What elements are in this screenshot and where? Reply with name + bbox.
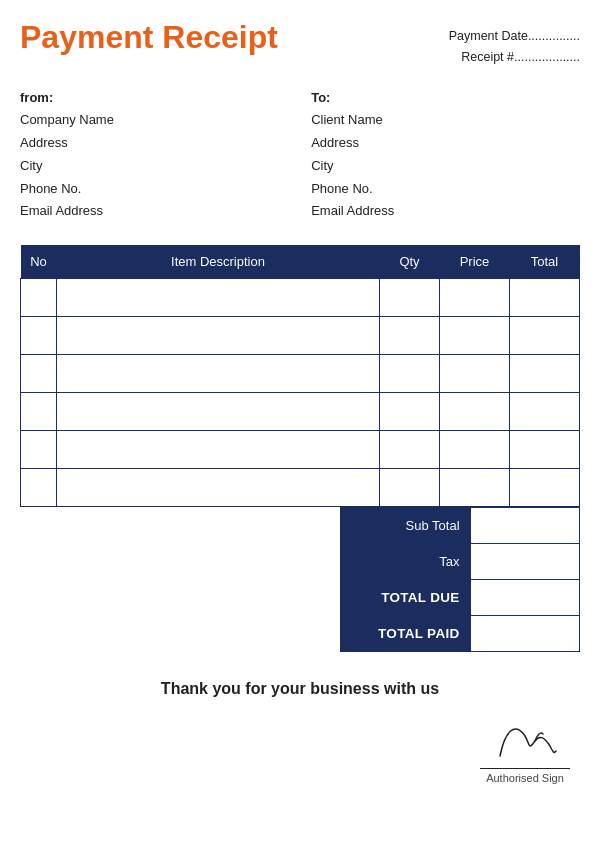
cell-total [510,431,580,469]
total-paid-value [470,616,579,652]
cell-description [57,431,380,469]
receipt-num-label: Receipt #................... [449,47,580,68]
subtotal-label: Sub Total [341,508,471,544]
total-paid-row: TOTAL PAID [341,616,580,652]
total-due-label: TOTAL DUE [341,580,471,616]
from-email: Email Address [20,200,289,223]
to-label: To: [311,87,580,110]
table-row [21,279,580,317]
col-description: Item Description [57,245,380,279]
cell-no [21,431,57,469]
tax-label: Tax [341,544,471,580]
table-row [21,469,580,507]
tax-value [470,544,579,580]
signature-block: Authorised Sign [480,716,570,784]
cell-price [440,469,510,507]
from-address: Address [20,132,289,155]
to-city: City [311,155,580,178]
cell-description [57,317,380,355]
cell-price [440,393,510,431]
summary-table: Sub Total Tax TOTAL DUE TOTAL PAID [340,507,580,652]
from-block: from: Company Name Address City Phone No… [20,87,289,224]
cell-qty [380,317,440,355]
to-client: Client Name [311,109,580,132]
cell-qty [380,469,440,507]
header-section: Payment Receipt Payment Date............… [20,20,580,69]
cell-qty [380,431,440,469]
table-row [21,393,580,431]
to-block: To: Client Name Address City Phone No. E… [311,87,580,224]
col-no: No [21,245,57,279]
from-phone: Phone No. [20,178,289,201]
cell-total [510,469,580,507]
receipt-title: Payment Receipt [20,20,278,55]
thankyou-section: Thank you for your business with us [20,680,580,698]
from-city: City [20,155,289,178]
cell-description [57,393,380,431]
col-qty: Qty [380,245,440,279]
col-total: Total [510,245,580,279]
cell-price [440,431,510,469]
cell-no [21,393,57,431]
total-paid-label: TOTAL PAID [341,616,471,652]
from-label: from: [20,87,289,110]
cell-total [510,317,580,355]
subtotal-row: Sub Total [341,508,580,544]
cell-no [21,279,57,317]
cell-description [57,469,380,507]
payment-date-label: Payment Date............... [449,26,580,47]
cell-no [21,469,57,507]
cell-description [57,355,380,393]
thankyou-text: Thank you for your business with us [20,680,580,698]
total-due-value [470,580,579,616]
cell-qty [380,393,440,431]
summary-section: Sub Total Tax TOTAL DUE TOTAL PAID [20,507,580,652]
col-price: Price [440,245,510,279]
cell-qty [380,279,440,317]
signature-icon [480,716,570,766]
to-email: Email Address [311,200,580,223]
parties-section: from: Company Name Address City Phone No… [20,87,580,224]
subtotal-value [470,508,579,544]
cell-no [21,317,57,355]
table-row [21,317,580,355]
cell-no [21,355,57,393]
from-company: Company Name [20,109,289,132]
cell-total [510,393,580,431]
authorised-label: Authorised Sign [480,772,570,784]
cell-price [440,355,510,393]
cell-price [440,279,510,317]
cell-total [510,279,580,317]
cell-total [510,355,580,393]
payment-meta: Payment Date............... Receipt #...… [449,20,580,69]
tax-row: Tax [341,544,580,580]
total-due-row: TOTAL DUE [341,580,580,616]
to-phone: Phone No. [311,178,580,201]
signature-section: Authorised Sign [20,716,580,784]
cell-price [440,317,510,355]
cell-description [57,279,380,317]
cell-qty [380,355,440,393]
table-row [21,431,580,469]
table-header-row: No Item Description Qty Price Total [21,245,580,279]
table-row [21,355,580,393]
signature-divider [480,768,570,769]
items-table: No Item Description Qty Price Total [20,245,580,507]
to-address: Address [311,132,580,155]
